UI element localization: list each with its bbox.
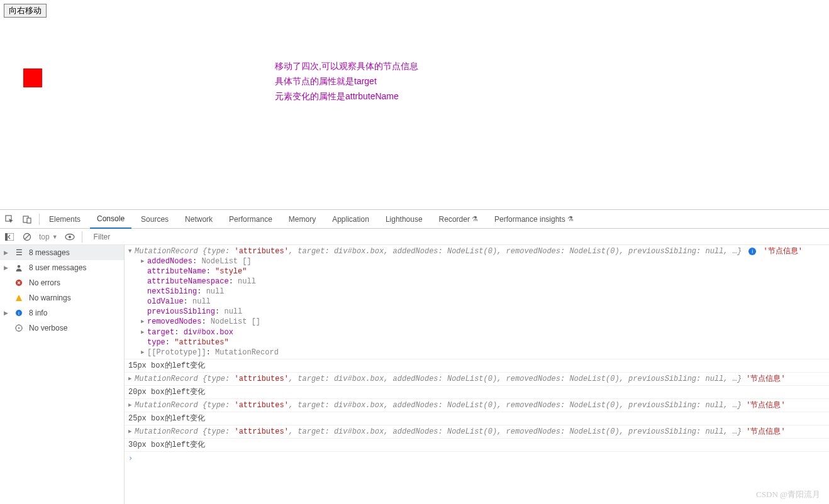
device-toolbar-icon[interactable] — [21, 214, 33, 225]
tab-elements[interactable]: Elements — [42, 210, 87, 229]
user-icon — [14, 264, 24, 271]
mutation-record-expanded[interactable]: ▼MutationRecord {type: 'attributes', tar… — [125, 245, 829, 359]
console-prompt[interactable]: › — [125, 452, 829, 464]
devtools-tab-bar: Elements Console Sources Network Perform… — [0, 210, 829, 229]
sidebar-item-label: 8 messages — [29, 248, 70, 257]
sidebar-toggle-icon[interactable] — [4, 231, 15, 243]
chevron-right-icon[interactable]: ▶ — [128, 374, 135, 384]
sidebar-item-label: No warnings — [29, 293, 71, 302]
sidebar-item-messages[interactable]: ▶ ☰ 8 messages — [0, 245, 124, 260]
filter-input[interactable] — [89, 233, 825, 241]
log-15px[interactable]: 15px box的left变化 — [125, 359, 829, 373]
tab-performance-insights[interactable]: Performance insights ⚗ — [487, 210, 581, 229]
separator — [39, 214, 40, 225]
sidebar-item-label: 8 info — [29, 309, 47, 317]
svg-rect-4 — [5, 233, 8, 241]
live-expression-icon[interactable] — [64, 231, 75, 243]
chevron-right-icon: ▶ — [4, 310, 9, 316]
annotation-line: 元素变化的属性是attrbuteName — [275, 89, 418, 104]
tab-application[interactable]: Application — [325, 210, 376, 229]
sidebar-item-label: No errors — [29, 278, 60, 287]
sidebar-item-warnings[interactable]: ▶ No warnings — [0, 290, 124, 305]
console-toolbar: top ▼ — [0, 229, 829, 245]
sidebar-item-user-messages[interactable]: ▶ 8 user messages — [0, 260, 124, 275]
message-sidebar: ▶ ☰ 8 messages ▶ 8 user messages ▶ No er… — [0, 245, 125, 504]
chevron-down-icon: ▼ — [52, 234, 58, 240]
sidebar-item-errors[interactable]: ▶ No errors — [0, 275, 124, 290]
mutation-record-collapsed[interactable]: ▶MutationRecord {type: 'attributes', tar… — [125, 425, 829, 439]
log-20px[interactable]: 20px box的left变化 — [125, 386, 829, 399]
sidebar-item-label: 8 user messages — [29, 263, 86, 272]
svg-point-8 — [69, 236, 71, 238]
clear-console-icon[interactable] — [21, 231, 33, 243]
warning-icon — [14, 294, 24, 302]
console-output[interactable]: ▼MutationRecord {type: 'attributes', tar… — [125, 245, 829, 504]
sidebar-item-verbose[interactable]: ▶ No verbose — [0, 320, 124, 336]
sidebar-item-label: No verbose — [29, 324, 67, 332]
mutation-record-collapsed[interactable]: ▶MutationRecord {type: 'attributes', tar… — [125, 399, 829, 412]
chevron-right-icon: ▶ — [4, 265, 9, 271]
move-right-button[interactable]: 向右移动 — [4, 4, 47, 18]
info-badge-icon[interactable]: i — [748, 248, 756, 255]
chevron-right-icon[interactable]: ▶ — [141, 256, 147, 266]
svg-rect-2 — [27, 218, 31, 223]
error-icon — [14, 279, 24, 287]
svg-text:i: i — [18, 310, 19, 316]
annotation-line: 移动了四次,可以观察具体的节点信息 — [275, 58, 418, 74]
log-30px[interactable]: 30px box的left变化 — [125, 439, 829, 452]
tab-recorder[interactable]: Recorder ⚗ — [432, 210, 485, 229]
verbose-icon — [14, 324, 24, 332]
chevron-right-icon: ▶ — [4, 249, 9, 256]
devtools-panel: Elements Console Sources Network Perform… — [0, 209, 829, 504]
chevron-down-icon[interactable]: ▼ — [128, 246, 135, 256]
page-viewport: 向右移动 移动了四次,可以观察具体的节点信息 具体节点的属性就是target 元… — [0, 0, 829, 209]
info-icon: i — [14, 309, 24, 317]
flask-icon: ⚗ — [567, 215, 574, 223]
log-25px[interactable]: 25px box的left变化 — [125, 412, 829, 425]
separator — [82, 231, 82, 243]
tab-memory[interactable]: Memory — [282, 210, 323, 229]
context-selector[interactable]: top ▼ — [39, 233, 58, 241]
tab-performance[interactable]: Performance — [222, 210, 279, 229]
chevron-right-icon[interactable]: ▶ — [141, 348, 147, 358]
chevron-right-icon[interactable]: ▶ — [141, 317, 147, 327]
watermark: CSDN @青阳流月 — [756, 489, 820, 500]
svg-line-6 — [25, 234, 30, 239]
chevron-right-icon[interactable]: ▶ — [128, 427, 135, 437]
annotation-line: 具体节点的属性就是target — [275, 74, 418, 89]
list-icon: ☰ — [14, 248, 24, 257]
inspect-element-icon[interactable] — [4, 214, 15, 225]
tab-sources[interactable]: Sources — [134, 210, 175, 229]
sidebar-item-info[interactable]: ▶ i 8 info — [0, 305, 124, 320]
svg-point-14 — [18, 327, 20, 329]
tab-console[interactable]: Console — [90, 210, 131, 229]
chevron-right-icon[interactable]: ▶ — [141, 327, 147, 337]
flask-icon: ⚗ — [472, 215, 478, 223]
red-box — [23, 68, 42, 87]
context-label: top — [39, 233, 50, 241]
annotation-text: 移动了四次,可以观察具体的节点信息 具体节点的属性就是target 元素变化的属… — [275, 58, 418, 104]
mutation-record-collapsed[interactable]: ▶MutationRecord {type: 'attributes', tar… — [125, 373, 829, 386]
chevron-right-icon[interactable]: ▶ — [128, 400, 135, 410]
tab-network[interactable]: Network — [178, 210, 220, 229]
tab-lighthouse[interactable]: Lighthouse — [379, 210, 430, 229]
svg-point-9 — [18, 265, 21, 268]
